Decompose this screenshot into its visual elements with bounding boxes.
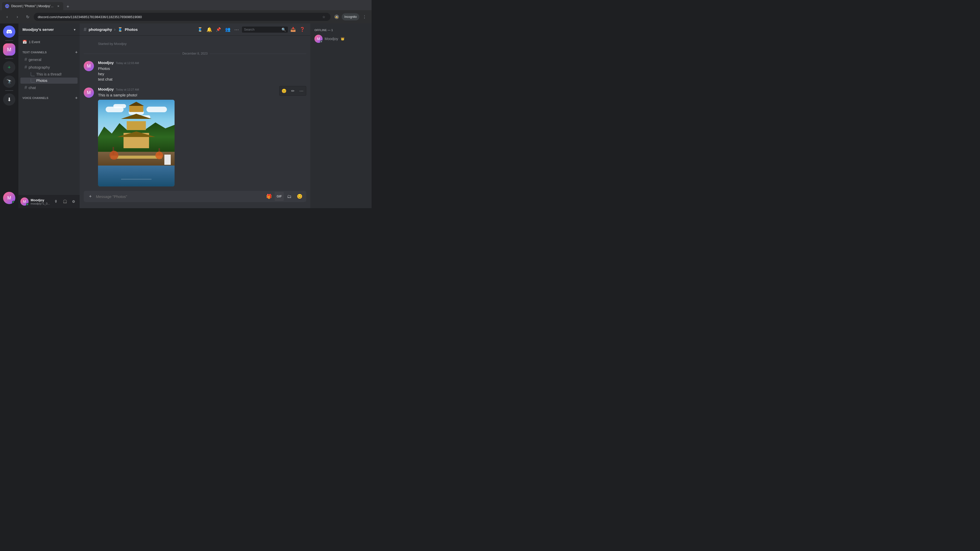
- notifications-button[interactable]: 🔔: [205, 25, 213, 34]
- member-status-offline: [320, 40, 323, 43]
- help-button[interactable]: ❓: [298, 25, 306, 34]
- discord-home-button[interactable]: [3, 25, 15, 38]
- message-2-content: Moodjoy Today at 12:27 AM This is a samp…: [98, 87, 306, 186]
- new-tab-button[interactable]: +: [64, 3, 72, 10]
- mute-button[interactable]: 🎙: [52, 197, 60, 206]
- forward-button[interactable]: ›: [13, 13, 21, 21]
- user-avatar-panel: M: [21, 197, 29, 206]
- channel-general[interactable]: # general: [21, 56, 78, 63]
- user-online-status: [26, 203, 29, 206]
- message-1-content: Moodjoy Today at 12:03 AM Photos hey tes…: [98, 60, 306, 82]
- members-sidebar: OFFLINE — 1 M Moodjoy 👑: [310, 24, 372, 208]
- toolbar-right: 🕵 Incognito ⋮: [332, 13, 369, 21]
- text-channels-section[interactable]: TEXT CHANNELS +: [18, 46, 80, 56]
- emoji-reaction-button[interactable]: 😊: [280, 87, 288, 95]
- lower-roof: [117, 131, 156, 137]
- server-header[interactable]: Moodjoy's server ▾: [18, 24, 80, 36]
- gift-button[interactable]: 🎁: [264, 192, 274, 201]
- message-1-text-testchat: test chat: [98, 76, 306, 82]
- message-action-bar: 😊 ✏ ⋯: [279, 86, 306, 96]
- top-roof-tip: [129, 102, 144, 106]
- sticker-button[interactable]: 🗂: [285, 192, 294, 201]
- channel-photography[interactable]: # photography: [21, 64, 78, 71]
- tab-close-button[interactable]: ✕: [56, 4, 60, 8]
- profile-button[interactable]: 🕵: [332, 13, 341, 21]
- event-calendar-icon: 📅: [22, 40, 27, 44]
- cloud-4: [146, 106, 167, 112]
- server-separator: [5, 40, 13, 41]
- members-button[interactable]: 👥: [224, 25, 232, 34]
- channel-name-chat: chat: [29, 86, 36, 90]
- incognito-button[interactable]: Incognito: [342, 13, 360, 21]
- avatar-inner-2: M: [84, 87, 94, 98]
- event-item[interactable]: 📅 1 Event: [18, 38, 80, 46]
- user-avatar-server-list[interactable]: M: [3, 192, 15, 204]
- address-icons: ☆: [321, 14, 326, 19]
- water-pond: [98, 165, 175, 186]
- thread-name-1: This is a thread!: [36, 72, 62, 76]
- emoji-picker-button[interactable]: 😊: [295, 192, 304, 201]
- menu-button[interactable]: ⋮: [360, 13, 369, 21]
- add-voice-channel-button[interactable]: +: [75, 96, 78, 100]
- active-tab[interactable]: 🎮 Discord | "Photos" | Moodjoy's s... ✕: [2, 2, 63, 10]
- pin-button[interactable]: 📌: [215, 25, 223, 34]
- address-text: discord.com/channels/1182346851781984336…: [38, 15, 319, 19]
- breadcrumb-thread-name: Photos: [125, 27, 138, 32]
- channel-chat[interactable]: # chat: [21, 84, 78, 91]
- chat-header: # photography › 🧵 Photos 🧵 🔔 📌 👥 ⋯ Searc…: [80, 24, 310, 36]
- more-actions-button[interactable]: ⋯: [298, 87, 305, 95]
- add-channel-button[interactable]: +: [75, 50, 78, 55]
- member-moodjoy-avatar: M: [314, 35, 323, 43]
- incognito-label: Incognito: [344, 15, 357, 19]
- search-placeholder: Search: [244, 27, 280, 32]
- headset-button[interactable]: 🎧: [61, 197, 69, 206]
- autumn-tree-right: [156, 148, 163, 162]
- server-name: Moodjoy's server: [22, 27, 54, 32]
- offline-section-header: OFFLINE — 1: [312, 27, 369, 33]
- settings-button[interactable]: ⚙: [69, 197, 78, 206]
- date-line-right: [210, 54, 306, 54]
- add-server-button[interactable]: +: [3, 61, 15, 73]
- moodjoys-server-icon[interactable]: M: [3, 43, 15, 56]
- message-2-time: Today at 12:27 AM: [116, 88, 139, 91]
- member-moodjoy[interactable]: M Moodjoy 👑: [312, 34, 369, 44]
- user-status-text: moodjoy71_0...: [30, 202, 50, 205]
- message-1-time: Today at 12:03 AM: [116, 62, 139, 65]
- text-channels-label: TEXT CHANNELS: [22, 51, 47, 54]
- download-button[interactable]: ⬇: [3, 94, 15, 106]
- add-media-button[interactable]: +: [86, 192, 95, 201]
- back-button[interactable]: ‹: [3, 13, 11, 21]
- message-2-header: Moodjoy Today at 12:27 AM: [98, 87, 306, 91]
- user-actions: 🎙 🎧 ⚙: [52, 197, 78, 206]
- message-1-avatar: M: [84, 61, 94, 71]
- event-label: 1 Event: [29, 40, 40, 44]
- tab-favicon: 🎮: [5, 4, 9, 8]
- search-bar[interactable]: Search 🔍: [242, 27, 288, 33]
- messages-container: Started by Moodjoy December 8, 2023 M Mo…: [80, 36, 310, 191]
- thread-breadcrumb-icon: 🧵: [118, 27, 123, 32]
- discover-servers-button[interactable]: 🔭: [3, 76, 15, 88]
- more-button[interactable]: ⋯: [233, 25, 241, 34]
- message-1: M Moodjoy Today at 12:03 AM Photos hey t…: [80, 59, 310, 83]
- message-1-author: Moodjoy: [98, 60, 114, 65]
- voice-channels-section[interactable]: VOICE CHANNELS +: [18, 92, 80, 101]
- avatar-inner-1: M: [84, 61, 94, 71]
- message-1-text-photos: Photos: [98, 66, 306, 71]
- threads-icon-button[interactable]: 🧵: [196, 25, 204, 34]
- thread-this-is-a-thread[interactable]: This is a thread!: [21, 71, 78, 77]
- bookmark-icon[interactable]: ☆: [321, 14, 326, 19]
- address-bar[interactable]: discord.com/channels/1182346851781984336…: [34, 13, 331, 21]
- inbox-button[interactable]: 📥: [289, 25, 297, 34]
- message-input[interactable]: [96, 191, 263, 202]
- message-1-header: Moodjoy Today at 12:03 AM: [98, 60, 306, 65]
- hash-icon-photography: #: [24, 65, 27, 70]
- edit-message-button[interactable]: ✏: [289, 87, 297, 95]
- tab-title: Discord | "Photos" | Moodjoy's s...: [11, 4, 54, 8]
- autumn-tree-left: [110, 147, 117, 162]
- thread-photos[interactable]: Photos: [21, 78, 78, 84]
- member-avatar-initial: M: [317, 37, 320, 41]
- gif-button[interactable]: GIF: [275, 192, 284, 201]
- user-panel: M Moodjoy moodjoy71_0... 🎙 🎧 ⚙: [18, 195, 80, 208]
- refresh-button[interactable]: ↻: [24, 13, 32, 21]
- thread-name-photos: Photos: [36, 79, 48, 83]
